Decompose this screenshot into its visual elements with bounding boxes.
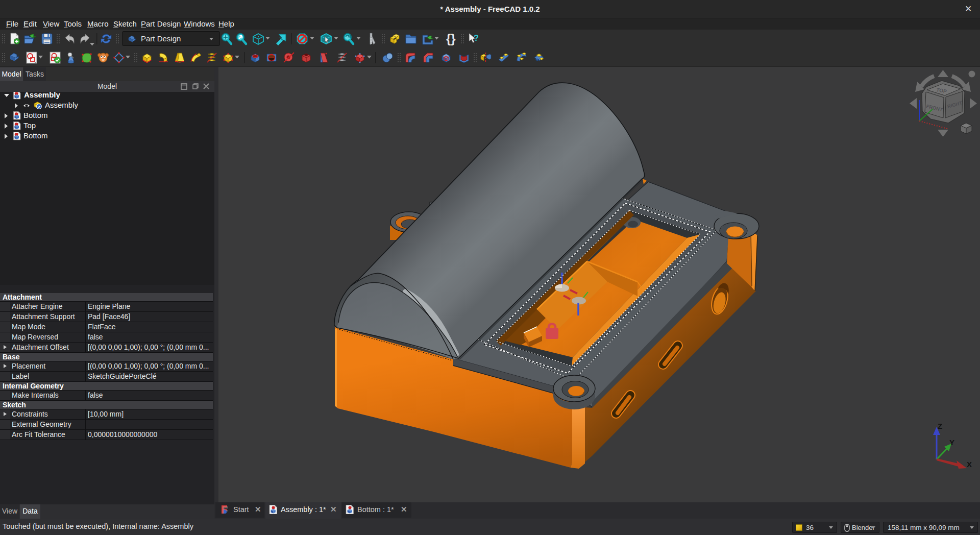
svg-text:X: X [967, 460, 972, 469]
svg-text:Bottom: Bottom [23, 111, 48, 119]
svg-text:{}: {} [446, 32, 456, 45]
svg-text:Assembly: Assembly [45, 101, 79, 109]
svg-text:?: ? [474, 34, 479, 42]
svg-text:Top: Top [23, 121, 36, 130]
svg-text:Z: Z [938, 422, 942, 430]
svg-text:Bottom: Bottom [23, 131, 48, 140]
svg-text:Y: Y [949, 438, 954, 447]
svg-text:Assembly: Assembly [24, 92, 61, 99]
